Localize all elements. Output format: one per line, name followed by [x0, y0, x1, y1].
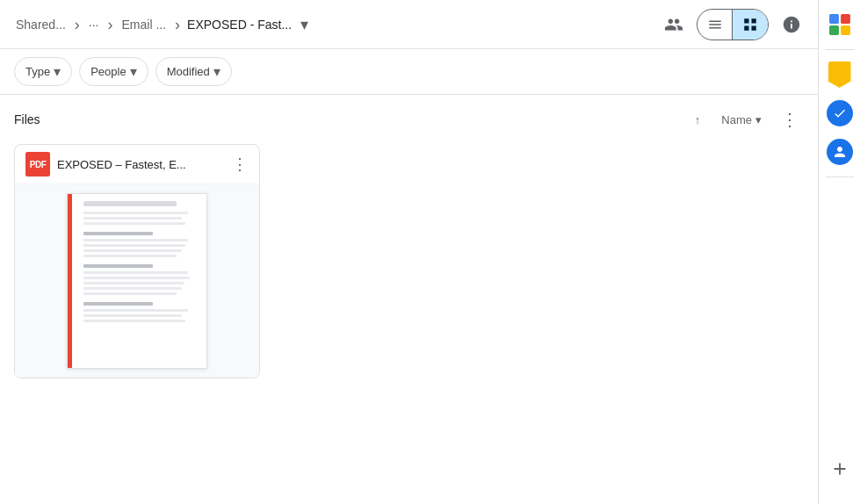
sort-more-icon: ⋮ [781, 109, 799, 130]
keep-panel-icon[interactable] [822, 57, 857, 92]
section-title: Files [14, 112, 681, 126]
breadcrumb-current[interactable]: EXPOSED - Fast... [184, 14, 295, 35]
header-actions [658, 9, 807, 40]
breadcrumb-dropdown-icon[interactable]: ▾ [299, 11, 310, 38]
pdf-line [83, 287, 182, 290]
file-preview [15, 184, 259, 378]
pdf-thumbnail [67, 193, 207, 369]
modified-filter-label: Modified [167, 65, 210, 78]
pdf-line [83, 271, 188, 274]
google-apps-icon[interactable] [822, 7, 857, 42]
pdf-line [83, 212, 188, 214]
breadcrumb-sep-3: › [175, 17, 180, 32]
svg-rect-1 [841, 14, 850, 24]
tasks-icon-shape [827, 100, 853, 126]
keep-icon-shape [828, 61, 851, 88]
breadcrumb-dots[interactable]: ··· [83, 14, 105, 35]
sort-up-button[interactable]: ↑ [688, 110, 708, 130]
pdf-line [83, 244, 185, 247]
contacts-panel-icon[interactable] [822, 134, 857, 169]
panel-divider-2 [826, 176, 854, 177]
pdf-title-line [83, 201, 177, 206]
breadcrumb-sep-1: › [75, 17, 80, 32]
pdf-line [83, 282, 184, 284]
breadcrumb-shared[interactable]: Shared... [11, 14, 71, 35]
svg-rect-0 [829, 14, 839, 24]
breadcrumb: Shared... › ··· › Email ... › EXPOSED - … [11, 11, 654, 38]
right-panel [818, 0, 860, 504]
pdf-line [83, 320, 185, 322]
files-grid: PDF EXPOSED – Fastest, E... ⋮ [14, 144, 804, 378]
panel-divider-1 [826, 49, 854, 50]
pdf-section-3 [83, 302, 199, 322]
pdf-line [83, 239, 188, 241]
pdf-line [83, 217, 182, 220]
pdf-icon: PDF [25, 152, 50, 176]
pdf-line [83, 292, 177, 295]
file-more-icon: ⋮ [232, 155, 248, 174]
sort-name-label: Name [721, 113, 752, 126]
pdf-section-title-2 [83, 264, 153, 268]
pdf-section-1 [83, 232, 199, 257]
modified-chevron-icon: ▾ [213, 63, 220, 80]
pdf-red-bar [68, 194, 72, 368]
file-card[interactable]: PDF EXPOSED – Fastest, E... ⋮ [14, 144, 260, 378]
file-more-button[interactable]: ⋮ [228, 152, 252, 176]
pdf-section-2 [83, 264, 199, 295]
pdf-line [83, 314, 182, 317]
main-content: Files ↑ Name ▾ ⋮ PDF EXPOSED – Fastest, [0, 95, 818, 504]
people-icon-button[interactable] [658, 9, 690, 40]
sort-area: ↑ Name ▾ ⋮ [688, 105, 804, 133]
breadcrumb-sep-2: › [108, 17, 113, 32]
people-filter[interactable]: People ▾ [79, 57, 148, 86]
pdf-line [83, 309, 188, 312]
pdf-section-title-1 [83, 232, 153, 235]
section-header: Files ↑ Name ▾ ⋮ [14, 105, 804, 133]
pdf-line [83, 255, 177, 257]
svg-rect-3 [841, 25, 850, 35]
sort-more-button[interactable]: ⋮ [776, 105, 804, 133]
modified-filter[interactable]: Modified ▾ [155, 57, 232, 86]
type-filter-label: Type [25, 65, 50, 78]
people-chevron-icon: ▾ [130, 63, 137, 80]
info-button[interactable] [776, 9, 807, 40]
breadcrumb-email[interactable]: Email ... [117, 14, 172, 35]
type-filter[interactable]: Type ▾ [14, 57, 72, 86]
pdf-content [83, 201, 199, 322]
header: Shared... › ··· › Email ... › EXPOSED - … [0, 0, 818, 49]
add-panel-button[interactable] [822, 451, 857, 486]
svg-rect-2 [829, 25, 839, 35]
file-name: EXPOSED – Fastest, E... [57, 158, 220, 171]
grid-view-button[interactable] [733, 10, 768, 40]
tasks-panel-icon[interactable] [822, 96, 857, 131]
sort-name-button[interactable]: Name ▾ [714, 110, 769, 130]
filters-bar: Type ▾ People ▾ Modified ▾ [0, 49, 818, 95]
sort-up-icon: ↑ [695, 113, 701, 126]
contacts-icon-shape [827, 139, 853, 165]
file-card-header: PDF EXPOSED – Fastest, E... ⋮ [15, 145, 259, 184]
pdf-line [83, 222, 185, 225]
type-chevron-icon: ▾ [54, 63, 61, 80]
list-view-button[interactable] [697, 10, 733, 40]
pdf-line [83, 249, 182, 252]
view-toggle [697, 9, 769, 40]
people-filter-label: People [90, 65, 126, 78]
sort-chevron-icon: ▾ [755, 113, 762, 126]
pdf-line [83, 277, 190, 279]
pdf-section-title-3 [83, 302, 153, 306]
